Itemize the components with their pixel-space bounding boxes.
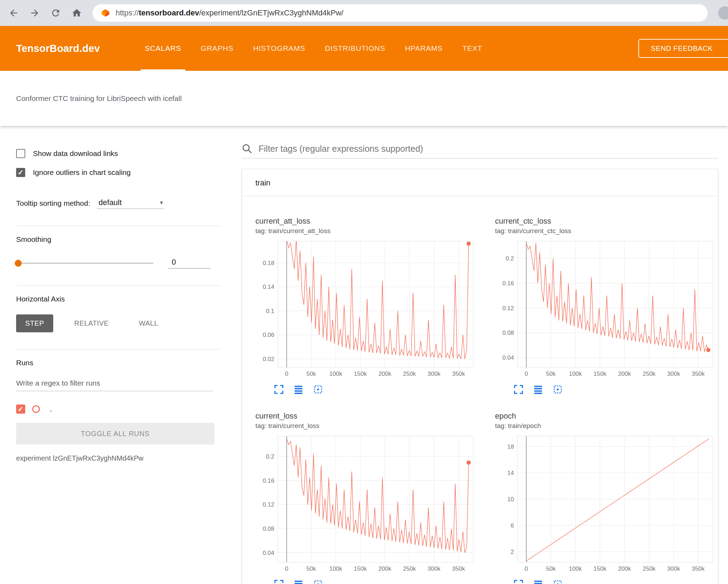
fullscreen-icon[interactable]	[274, 384, 284, 395]
home-icon[interactable]	[71, 8, 82, 18]
fit-domain-icon[interactable]	[313, 579, 323, 584]
run-color-icon	[32, 405, 40, 413]
toggle-all-runs-button[interactable]: TOGGLE ALL RUNS	[16, 423, 214, 444]
chart-plot[interactable]: 050k100k150k200k250k300k350k0.040.080.12…	[255, 433, 476, 573]
svg-text:0.2: 0.2	[506, 255, 514, 262]
fullscreen-icon[interactable]	[274, 579, 284, 584]
tab-text[interactable]: TEXT	[453, 26, 492, 71]
data-table-icon[interactable]	[293, 384, 304, 395]
chart-tag: tag: train/current_ctc_loss	[495, 227, 719, 235]
chart-title: epoch	[495, 412, 719, 421]
svg-text:250k: 250k	[403, 565, 416, 572]
svg-text:0.16: 0.16	[502, 280, 514, 287]
filter-tags-input[interactable]	[259, 144, 718, 154]
svg-text:100k: 100k	[329, 565, 342, 572]
group-title[interactable]: train	[255, 178, 270, 187]
svg-text:0.04: 0.04	[502, 354, 514, 361]
chart-plot[interactable]: 050k100k150k200k250k300k350k26101418	[495, 433, 716, 573]
reload-icon[interactable]	[50, 8, 61, 18]
data-table-icon[interactable]	[293, 579, 304, 584]
tooltip-sorting-row: Tooltip sorting method: default ▾	[16, 198, 221, 209]
run-name: .	[50, 405, 52, 414]
svg-text:350k: 350k	[452, 371, 465, 377]
chart-card: epochtag: train/epoch050k100k150k200k250…	[495, 412, 719, 584]
chart-tag: tag: train/current_att_loss	[255, 227, 480, 235]
ignore-outliers-row[interactable]: Ignore outliers in chart scaling	[16, 167, 221, 178]
fit-domain-icon[interactable]	[552, 579, 563, 584]
svg-text:6: 6	[511, 522, 514, 529]
chart-plot[interactable]: 050k100k150k200k250k300k350k0.020.060.10…	[255, 238, 476, 378]
svg-text:0.08: 0.08	[263, 525, 274, 532]
url-path: /experiment/lzGnETjwRxC3yghNMd4kPw/	[199, 8, 343, 17]
svg-text:0.12: 0.12	[263, 501, 274, 508]
svg-text:0.08: 0.08	[502, 330, 514, 336]
chart-tag: tag: train/current_loss	[255, 422, 480, 430]
chart-tag: tag: train/epoch	[495, 422, 719, 430]
svg-text:250k: 250k	[403, 371, 416, 377]
checkbox-unchecked-icon[interactable]	[16, 149, 25, 158]
runs-filter-input[interactable]	[16, 378, 213, 391]
axis-step-button[interactable]: STEP	[16, 314, 53, 332]
ignore-outliers-label: Ignore outliers in chart scaling	[33, 168, 131, 177]
experiment-title-band: Conformer CTC training for LibriSpeech w…	[0, 71, 728, 126]
axis-wall-button[interactable]: WALL	[130, 314, 167, 332]
tab-scalars[interactable]: SCALARS	[135, 26, 191, 71]
run-checkbox-checked-icon[interactable]	[16, 405, 25, 414]
checkbox-checked-icon[interactable]	[16, 168, 25, 177]
forward-icon[interactable]	[29, 8, 40, 18]
main-panel: train current_att_losstag: train/current…	[231, 126, 728, 584]
svg-text:0: 0	[285, 371, 288, 377]
tab-distributions[interactable]: DISTRIBUTIONS	[315, 26, 395, 71]
chart-toolbar	[274, 384, 480, 395]
tab-histograms[interactable]: HISTOGRAMS	[243, 26, 315, 71]
settings-sidebar: Show data download links Ignore outliers…	[0, 126, 231, 584]
url-bar[interactable]: https://tensorboard.dev/experiment/lzGnE…	[92, 4, 708, 22]
fit-domain-icon[interactable]	[313, 384, 323, 395]
chart-title: current_ctc_loss	[495, 217, 719, 226]
send-feedback-button[interactable]: SEND FEEDBACK	[638, 39, 728, 58]
svg-text:200k: 200k	[618, 565, 631, 572]
svg-text:50k: 50k	[546, 565, 556, 572]
charts-grid: current_att_losstag: train/current_att_l…	[242, 196, 718, 584]
fullscreen-icon[interactable]	[513, 384, 524, 395]
tooltip-sorting-select[interactable]: default ▾	[97, 198, 164, 209]
url-host: tensorboard.dev	[139, 8, 199, 17]
svg-text:0.2: 0.2	[266, 453, 274, 460]
tensorboard-favicon	[101, 8, 110, 18]
data-table-icon[interactable]	[533, 579, 543, 584]
svg-text:100k: 100k	[569, 565, 582, 572]
chart-toolbar	[274, 579, 480, 584]
svg-text:300k: 300k	[667, 565, 680, 572]
back-icon[interactable]	[8, 8, 19, 18]
horizontal-axis-label: Horizontal Axis	[16, 295, 221, 303]
axis-relative-button[interactable]: RELATIVE	[65, 314, 118, 332]
svg-text:0.18: 0.18	[263, 260, 274, 266]
fullscreen-icon[interactable]	[513, 579, 524, 584]
fit-domain-icon[interactable]	[552, 384, 563, 395]
smoothing-slider[interactable]	[16, 263, 153, 264]
svg-text:300k: 300k	[427, 371, 440, 377]
svg-text:150k: 150k	[354, 371, 367, 377]
nav-tabs: SCALARS GRAPHS HISTOGRAMS DISTRIBUTIONS …	[135, 26, 492, 71]
run-row[interactable]: .	[16, 405, 221, 414]
svg-text:0.1: 0.1	[266, 308, 274, 314]
smoothing-value[interactable]: 0	[168, 258, 210, 269]
slider-thumb[interactable]	[15, 260, 22, 267]
smoothing-label: Smoothing	[16, 235, 221, 244]
experiment-id-caption: experiment lzGnETjwRxC3yghNMd4kPw	[16, 454, 221, 462]
data-table-icon[interactable]	[533, 384, 543, 395]
chart-plot[interactable]: 050k100k150k200k250k300k350k0.040.080.12…	[495, 238, 716, 378]
svg-text:250k: 250k	[643, 565, 655, 572]
svg-text:0.12: 0.12	[502, 305, 514, 312]
chart-title: current_att_loss	[255, 217, 480, 226]
chart-card: current_losstag: train/current_loss050k1…	[255, 412, 480, 584]
svg-text:0: 0	[285, 565, 288, 572]
url-text: https://tensorboard.dev/experiment/lzGnE…	[116, 8, 343, 18]
chart-title: current_loss	[255, 412, 480, 421]
browser-avatar[interactable]	[718, 6, 728, 20]
show-download-links-row[interactable]: Show data download links	[16, 148, 221, 159]
chart-toolbar	[513, 384, 719, 395]
tab-hparams[interactable]: HPARAMS	[395, 26, 453, 71]
app-title: TensorBoard.dev	[16, 43, 100, 54]
tab-graphs[interactable]: GRAPHS	[191, 26, 243, 71]
